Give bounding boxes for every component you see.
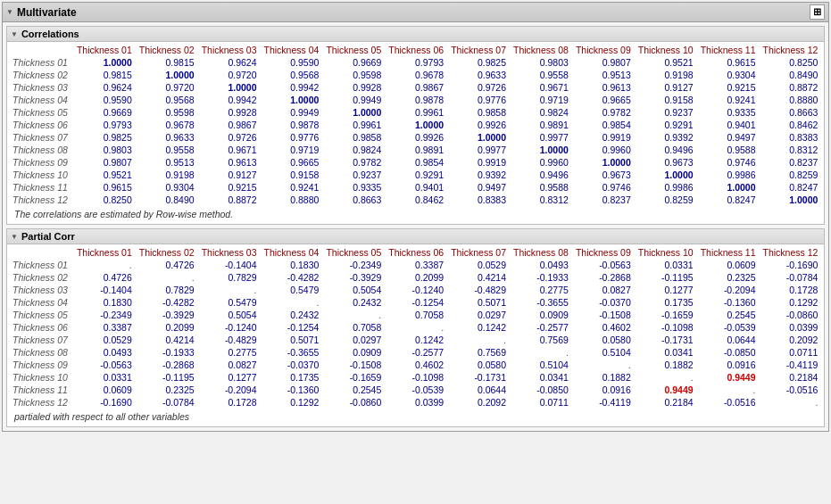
collapse-triangle[interactable]: ▼ <box>6 8 13 16</box>
data-cell: 0.0297 <box>447 309 510 321</box>
data-cell: 0.2775 <box>510 284 572 296</box>
partial-corr-triangle[interactable]: ▼ <box>11 233 18 241</box>
data-cell: 0.9590 <box>73 94 136 106</box>
data-cell: -0.1360 <box>261 384 323 396</box>
data-cell: 0.2184 <box>760 371 822 384</box>
data-cell: 0.9241 <box>261 181 323 194</box>
data-cell: 0.2545 <box>697 309 760 321</box>
data-cell: 0.9624 <box>198 56 261 69</box>
table-row: Thickness 01.0.4726-0.14040.1830-0.23490… <box>9 259 821 271</box>
data-cell: 0.9782 <box>572 106 635 119</box>
data-cell: 0.9615 <box>697 56 760 69</box>
data-cell: 0.2099 <box>136 321 198 334</box>
panel-icon[interactable]: ⊞ <box>810 4 825 20</box>
data-cell: 0.1277 <box>635 284 697 296</box>
data-cell: 1.0000 <box>322 106 385 119</box>
data-cell: 0.8880 <box>760 94 822 106</box>
row-label: Thickness 11 <box>9 384 73 396</box>
data-cell: 0.1242 <box>385 334 447 346</box>
corr-triangle[interactable]: ▼ <box>11 30 18 38</box>
data-cell: 0.1882 <box>635 359 697 371</box>
data-cell: 0.9776 <box>447 94 510 106</box>
col-header: Thickness 05 <box>322 246 385 259</box>
data-cell: 0.9588 <box>697 144 760 156</box>
row-label: Thickness 02 <box>9 271 73 284</box>
data-cell: -0.2577 <box>510 321 572 334</box>
data-cell: 0.9198 <box>136 169 198 181</box>
data-cell: 0.2432 <box>322 296 385 309</box>
data-cell: 0.9891 <box>510 119 572 131</box>
correlations-title: Correlations <box>21 29 79 39</box>
data-cell: 0.9807 <box>572 56 635 69</box>
col-header: Thickness 04 <box>261 246 323 259</box>
data-cell: 0.9960 <box>510 156 572 169</box>
data-cell: 0.0916 <box>572 384 635 396</box>
table-row: Thickness 020.98151.00000.97200.95680.95… <box>9 69 821 81</box>
data-cell: 0.2092 <box>447 396 510 409</box>
data-cell: 0.9392 <box>635 131 697 144</box>
data-cell: -0.1098 <box>385 371 447 384</box>
col-header: Thickness 05 <box>322 44 385 56</box>
col-header: Thickness 12 <box>760 44 822 56</box>
panel-title: Multivariate <box>17 6 77 19</box>
data-cell: 0.9867 <box>198 119 261 131</box>
data-cell: 0.9215 <box>697 81 760 94</box>
col-header: Thickness 02 <box>136 44 198 56</box>
data-cell: 0.9291 <box>385 169 447 181</box>
data-cell: -0.2349 <box>322 259 385 271</box>
data-cell: 0.8383 <box>447 194 510 206</box>
data-cell: 0.9558 <box>136 144 198 156</box>
data-cell: -0.2094 <box>697 284 760 296</box>
row-label: Thickness 10 <box>9 371 73 384</box>
data-cell: -0.0850 <box>697 346 760 359</box>
data-cell: 0.2092 <box>760 334 822 346</box>
data-cell: 0.0711 <box>510 396 572 409</box>
data-cell: 0.9568 <box>136 94 198 106</box>
data-cell: 0.9986 <box>635 181 697 194</box>
data-cell: -0.1731 <box>447 371 510 384</box>
data-cell: 0.9942 <box>198 94 261 106</box>
data-cell: 0.9878 <box>385 94 447 106</box>
data-cell: 0.3387 <box>73 321 136 334</box>
table-row: Thickness 12-0.1690-0.07840.17280.1292-0… <box>9 396 821 409</box>
table-row: Thickness 100.0331-0.11950.12770.1735-0.… <box>9 371 821 384</box>
data-cell: . <box>73 259 136 271</box>
col-header: Thickness 01 <box>73 246 136 259</box>
table-row: Thickness 070.05290.4214-0.48290.50710.0… <box>9 334 821 346</box>
data-cell: -0.0516 <box>760 384 822 396</box>
table-row: Thickness 05-0.2349-0.39290.50540.2432.0… <box>9 309 821 321</box>
data-cell: -0.0539 <box>385 384 447 396</box>
data-cell: -0.1508 <box>572 309 635 321</box>
data-cell: 1.0000 <box>261 94 323 106</box>
data-cell: 0.9335 <box>697 106 760 119</box>
data-cell: 0.9807 <box>73 156 136 169</box>
data-cell: 0.9521 <box>635 56 697 69</box>
data-cell: 0.8490 <box>760 69 822 81</box>
data-cell: 0.1830 <box>261 259 323 271</box>
data-cell: 0.9878 <box>261 119 323 131</box>
col-header: Thickness 09 <box>572 246 635 259</box>
table-row: Thickness 110.96150.93040.92150.92410.93… <box>9 181 821 194</box>
data-cell: 0.9815 <box>73 69 136 81</box>
col-header: Thickness 03 <box>198 44 261 56</box>
data-cell: 1.0000 <box>760 194 822 206</box>
data-cell: 0.8237 <box>760 156 822 169</box>
col-header: Thickness 12 <box>760 246 822 259</box>
data-cell: 0.2775 <box>198 346 261 359</box>
data-cell: -0.3929 <box>322 271 385 284</box>
table-row: Thickness 03-0.14040.7829.0.54790.5054-0… <box>9 284 821 296</box>
data-cell: 0.9824 <box>322 144 385 156</box>
col-header: Thickness 08 <box>510 246 572 259</box>
data-cell: -0.1240 <box>385 284 447 296</box>
data-cell: 1.0000 <box>385 119 447 131</box>
data-cell: -0.1659 <box>322 371 385 384</box>
data-cell: 0.9590 <box>261 56 323 69</box>
data-cell: 0.9961 <box>322 119 385 131</box>
partial-corr-note: partialed with respect to all other vari… <box>9 409 822 425</box>
row-label: Thickness 07 <box>9 334 73 346</box>
col-header: Thickness 03 <box>198 246 261 259</box>
data-cell: 0.8259 <box>760 169 822 181</box>
data-cell: 0.0297 <box>322 334 385 346</box>
data-cell: -0.1240 <box>198 321 261 334</box>
data-cell: 0.9669 <box>73 106 136 119</box>
